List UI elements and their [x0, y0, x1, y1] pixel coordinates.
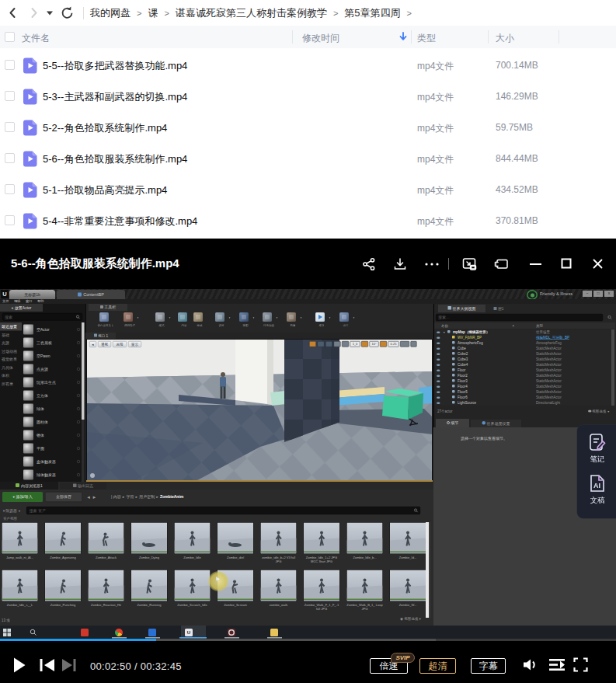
svg-text:AI: AI — [593, 482, 600, 490]
